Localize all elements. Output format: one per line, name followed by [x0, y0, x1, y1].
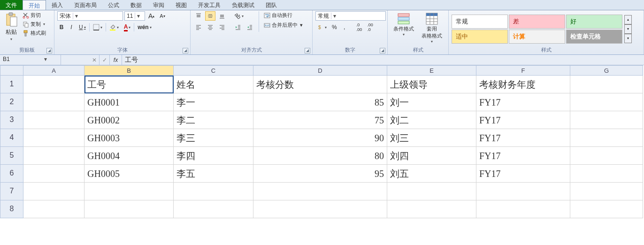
font-color-button[interactable]: A▾ — [122, 23, 133, 32]
cell-B4[interactable]: GH0003 — [84, 129, 174, 147]
paste-button[interactable]: 粘贴 ▾ — [3, 11, 20, 42]
border-button[interactable]: ▾ — [91, 23, 104, 32]
cell-E4[interactable]: 刘三 — [387, 129, 476, 147]
cell-F3[interactable]: FY17 — [476, 111, 570, 129]
style-neutral[interactable]: 适中 — [452, 30, 508, 44]
clipboard-dialog-launcher[interactable]: ◢ — [46, 48, 52, 54]
number-dialog-launcher[interactable]: ◢ — [380, 48, 385, 54]
cell-B2[interactable]: GH0001 — [84, 93, 174, 111]
phonetic-button[interactable]: wén▾ — [136, 23, 153, 32]
cell-F7[interactable] — [476, 183, 570, 200]
cell-G5[interactable] — [570, 147, 643, 165]
cut-button[interactable]: 剪切 — [22, 11, 47, 19]
align-middle-button[interactable] — [205, 11, 215, 21]
italic-button[interactable]: I — [67, 23, 76, 32]
cell-A5[interactable] — [23, 147, 84, 165]
decrease-font-button[interactable]: A▾ — [158, 11, 167, 21]
cell-C8[interactable] — [174, 200, 253, 218]
cell-B7[interactable] — [84, 183, 174, 200]
row-header-3[interactable]: 3 — [0, 111, 23, 129]
cell-A6[interactable] — [23, 165, 84, 183]
name-box-dropdown[interactable]: ▾ — [31, 55, 61, 65]
col-header-G[interactable]: G — [570, 65, 643, 76]
row-header-6[interactable]: 6 — [0, 165, 23, 183]
cell-D2[interactable]: 85 — [253, 93, 387, 111]
cell-C6[interactable]: 李五 — [174, 165, 253, 183]
cell-A2[interactable] — [23, 93, 84, 111]
cell-E5[interactable]: 刘四 — [387, 147, 476, 165]
row-header-4[interactable]: 4 — [0, 129, 23, 147]
col-header-F[interactable]: F — [476, 65, 570, 76]
style-check[interactable]: 检查单元格 — [566, 30, 622, 44]
style-bad[interactable]: 差 — [509, 15, 565, 29]
align-bottom-button[interactable] — [217, 11, 227, 21]
tab-file[interactable]: 文件 — [0, 0, 23, 10]
enter-formula-button[interactable]: ✓ — [100, 55, 110, 65]
col-header-D[interactable]: D — [253, 65, 387, 76]
cancel-formula-button[interactable]: ✕ — [89, 55, 100, 65]
cell-A3[interactable] — [23, 111, 84, 129]
cell-B6[interactable]: GH0005 — [84, 165, 174, 183]
cell-A8[interactable] — [23, 200, 84, 218]
style-good[interactable]: 好 — [566, 15, 622, 29]
decrease-decimal-button[interactable]: .00.0 — [365, 23, 375, 32]
styles-scroll-down[interactable]: ▾ — [624, 24, 632, 34]
align-left-button[interactable] — [193, 23, 204, 32]
cell-B5[interactable]: GH0004 — [84, 147, 174, 165]
cell-F1[interactable]: 考核财务年度 — [476, 76, 570, 93]
tab-7[interactable]: 开发工具 — [192, 0, 226, 10]
cell-C3[interactable]: 李二 — [174, 111, 253, 129]
cell-G4[interactable] — [570, 129, 643, 147]
font-size-combo[interactable]: 11▾ — [124, 11, 145, 21]
style-normal[interactable]: 常规 — [452, 15, 508, 29]
merge-center-button[interactable]: a 合并后居中▾ — [263, 21, 304, 29]
tab-3[interactable]: 公式 — [102, 0, 125, 10]
table-format-button[interactable]: 套用 表格格式▾ — [419, 11, 445, 45]
cell-D7[interactable] — [253, 183, 387, 200]
cell-E1[interactable]: 上级领导 — [387, 76, 476, 93]
number-format-combo[interactable]: 常规▾ — [315, 11, 386, 21]
cell-C5[interactable]: 李四 — [174, 147, 253, 165]
cell-G1[interactable] — [570, 76, 643, 93]
font-dialog-launcher[interactable]: ◢ — [183, 48, 188, 54]
tab-5[interactable]: 审阅 — [147, 0, 170, 10]
tab-2[interactable]: 页面布局 — [69, 0, 102, 10]
col-header-B[interactable]: B — [84, 65, 174, 76]
cell-D6[interactable]: 95 — [253, 165, 387, 183]
cell-E8[interactable] — [387, 200, 476, 218]
increase-indent-button[interactable] — [245, 23, 255, 32]
styles-more[interactable]: ▾ — [624, 34, 632, 43]
cell-F6[interactable]: FY17 — [476, 165, 570, 183]
cell-B1[interactable]: 工号 — [84, 76, 174, 93]
decrease-indent-button[interactable] — [233, 23, 243, 32]
copy-button[interactable]: 复制▾ — [22, 20, 47, 28]
orientation-button[interactable]: ab▾ — [233, 11, 245, 21]
cell-D5[interactable]: 80 — [253, 147, 387, 165]
styles-scroll-up[interactable]: ▴ — [624, 15, 632, 24]
cell-A7[interactable] — [23, 183, 84, 200]
cell-C4[interactable]: 李三 — [174, 129, 253, 147]
cell-E3[interactable]: 刘二 — [387, 111, 476, 129]
name-box[interactable]: B1 ▾ — [0, 55, 61, 65]
cell-C2[interactable]: 李一 — [174, 93, 253, 111]
font-name-combo[interactable]: 宋体▾ — [57, 11, 123, 21]
col-header-A[interactable]: A — [23, 65, 84, 76]
cell-C7[interactable] — [174, 183, 253, 200]
align-top-button[interactable] — [193, 11, 204, 21]
cell-G6[interactable] — [570, 165, 643, 183]
cell-D3[interactable]: 75 — [253, 111, 387, 129]
row-header-7[interactable]: 7 — [0, 183, 23, 200]
format-painter-button[interactable]: 格式刷 — [22, 29, 47, 37]
cell-G3[interactable] — [570, 111, 643, 129]
cell-E7[interactable] — [387, 183, 476, 200]
style-calc[interactable]: 计算 — [509, 30, 565, 44]
tab-0[interactable]: 开始 — [23, 0, 46, 10]
cell-A4[interactable] — [23, 129, 84, 147]
currency-button[interactable]: $▾ — [315, 23, 329, 32]
cell-F2[interactable]: FY17 — [476, 93, 570, 111]
cell-C1[interactable]: 姓名 — [174, 76, 253, 93]
underline-button[interactable]: U▾ — [77, 23, 88, 32]
tab-9[interactable]: 团队 — [260, 0, 283, 10]
row-header-8[interactable]: 8 — [0, 200, 23, 218]
bold-button[interactable]: B — [57, 23, 66, 32]
